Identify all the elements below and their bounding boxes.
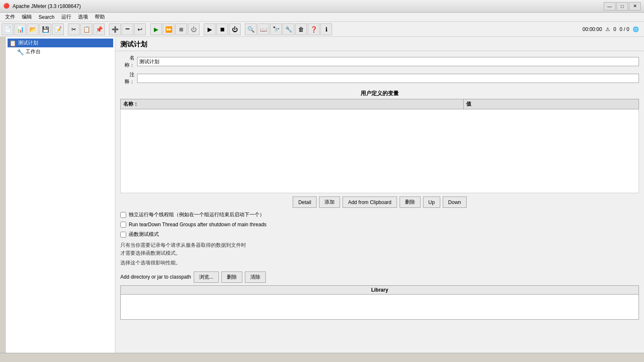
menu-bar: 文件 编辑 Search 运行 选项 帮助 <box>0 13 644 22</box>
browse-classpath-button[interactable]: 浏览... <box>194 272 219 283</box>
delete-var-button[interactable]: 删除 <box>400 197 421 208</box>
status-bar <box>0 353 644 362</box>
right-panel: 测试计划 名称： 注释： 用户定义的变量 名称： 值 <box>115 37 644 353</box>
menu-search[interactable]: Search <box>35 13 58 21</box>
warning-count: 0 <box>613 26 616 32</box>
menu-file[interactable]: 文件 <box>2 13 18 21</box>
tree-item-workbench[interactable]: 🔧 工作台 <box>15 47 113 56</box>
about-button[interactable]: ℹ <box>320 23 332 35</box>
name-input[interactable] <box>137 57 639 66</box>
remote-shutdown-button[interactable]: ⏻ <box>229 23 241 35</box>
close-button[interactable]: ✕ <box>629 2 641 10</box>
col-name: 名称： <box>121 99 464 109</box>
new-button[interactable]: 📄 <box>2 23 13 35</box>
checkbox-independent-label: 独立运行每个线程组（例如在一个组运行结束后启动下一个） <box>129 211 265 218</box>
title-bar-text: Apache JMeter (3.3 r1808647) <box>13 3 604 9</box>
library-table: Library <box>120 285 639 320</box>
checkbox-teardown-label: Run tearDown Thread Groups after shutdow… <box>129 222 267 228</box>
checkbox-row-1: 独立运行每个线程组（例如在一个组运行结束后启动下一个） <box>120 211 639 218</box>
undo-button[interactable]: ↩ <box>134 23 146 35</box>
left-tabs <box>0 37 6 353</box>
checkbox-function[interactable] <box>120 232 126 238</box>
remote-stop-button[interactable]: ⏹ <box>216 23 228 35</box>
binoculars-button[interactable]: 🔭 <box>270 23 282 35</box>
toolbar-right: 00:00:00 ⚠ 0 0 / 0 🌐 <box>582 26 642 32</box>
library-header: Library <box>121 285 639 294</box>
menu-options[interactable]: 选项 <box>75 13 91 21</box>
note-text-2: 选择这个选项很影响性能。 <box>120 259 639 267</box>
testplan-icon: 📋 <box>9 40 16 47</box>
maximize-button[interactable]: □ <box>616 2 628 10</box>
paste-button[interactable]: 📌 <box>93 23 105 35</box>
name-label: 名称： <box>120 54 137 69</box>
content-header: 测试计划 <box>115 37 644 51</box>
menu-help[interactable]: 帮助 <box>91 13 108 21</box>
content-title: 测试计划 <box>120 41 147 48</box>
btn-row: Detail 添加 Add from Clipboard 删除 Up Down <box>120 197 639 208</box>
start-no-pause-button[interactable]: ⏩ <box>163 23 174 35</box>
minimize-button[interactable]: — <box>604 2 615 10</box>
comment-row: 注释： <box>120 71 639 85</box>
comment-label: 注释： <box>120 71 137 85</box>
copy-button[interactable]: 📋 <box>80 23 92 35</box>
shutdown-button[interactable]: ⏻ <box>188 23 200 35</box>
browse-button[interactable]: 🔍 <box>245 23 257 35</box>
var-table: 名称： 值 <box>120 99 639 193</box>
remote-start-button[interactable]: ▶ <box>204 23 216 35</box>
open-button[interactable]: 📂 <box>27 23 39 35</box>
title-bar: 🔴 Apache JMeter (3.3 r1808647) — □ ✕ <box>0 0 644 13</box>
function-helper-button[interactable]: 🔧 <box>283 23 294 35</box>
tree-area: 📋 测试计划 🔧 工作台 <box>6 37 115 58</box>
menu-edit[interactable]: 编辑 <box>18 13 35 21</box>
up-button[interactable]: Up <box>423 197 440 208</box>
cut-button[interactable]: ✂ <box>68 23 80 35</box>
workbench-label: 工作台 <box>26 48 41 55</box>
name-row: 名称： <box>120 54 639 69</box>
save-as-button[interactable]: 📝 <box>52 23 64 35</box>
content-body: 名称： 注释： 用户定义的变量 名称： 值 <box>115 51 644 323</box>
stop-button[interactable]: ⏹ <box>175 23 187 35</box>
open-templates-button[interactable]: 📊 <box>14 23 26 35</box>
checkbox-function-label: 函数测试模式 <box>129 231 159 238</box>
window-controls: — □ ✕ <box>604 2 641 10</box>
comment-input[interactable] <box>137 74 639 83</box>
start-button[interactable]: ▶ <box>150 23 162 35</box>
detail-button[interactable]: Detail <box>293 197 317 208</box>
globe-icon: 🌐 <box>633 26 639 32</box>
toolbar: 📄 📊 📂 💾 📝 ✂ 📋 📌 ➕ − ↩ ▶ ⏩ ⏹ ⏻ ▶ ⏹ ⏻ 🔍 📖 … <box>0 22 644 37</box>
checkbox-row-2: Run tearDown Thread Groups after shutdow… <box>120 222 639 228</box>
menu-run[interactable]: 运行 <box>58 13 75 21</box>
tree-child: 🔧 工作台 <box>15 47 113 56</box>
classpath-label: Add directory or jar to classpath <box>120 274 191 280</box>
browse2-button[interactable]: 📖 <box>257 23 269 35</box>
save-button[interactable]: 💾 <box>39 23 51 35</box>
note-text-1: 只有当你需要记录每个请求从服务器取得的数据到文件时 才需要选择函数测试模式。 <box>120 241 639 257</box>
checkbox-teardown[interactable] <box>120 222 126 228</box>
add-from-clipboard-button[interactable]: Add from Clipboard <box>343 197 397 208</box>
var-table-body <box>121 109 639 193</box>
library-body <box>121 294 639 319</box>
down-button[interactable]: Down <box>443 197 467 208</box>
col-value: 值 <box>464 99 639 109</box>
main-layout: 📋 测试计划 🔧 工作台 测试计划 名称： 注释： <box>0 37 644 353</box>
help-button[interactable]: ❓ <box>308 23 319 35</box>
delete-classpath-button[interactable]: 删除 <box>221 272 242 283</box>
add-var-button[interactable]: 添加 <box>319 197 340 208</box>
app-icon: 🔴 <box>3 3 10 10</box>
clear-classpath-button[interactable]: 清除 <box>245 272 266 283</box>
clear-button[interactable]: 🗑 <box>295 23 307 35</box>
classpath-row: Add directory or jar to classpath 浏览... … <box>120 272 639 283</box>
tree-item-testplan[interactable]: 📋 测试计划 <box>8 39 113 47</box>
elapsed-time: 00:00:00 <box>582 26 602 32</box>
warning-icon: ⚠ <box>605 26 610 32</box>
add-button[interactable]: ➕ <box>109 23 121 35</box>
testplan-label: 测试计划 <box>18 39 38 47</box>
left-panel: 📋 测试计划 🔧 工作台 <box>0 37 115 353</box>
ratio-display: 0 / 0 <box>620 26 629 32</box>
checkbox-row-3: 函数测试模式 <box>120 231 639 238</box>
workbench-icon: 🔧 <box>17 49 24 55</box>
remove-button[interactable]: − <box>122 23 133 35</box>
section-title: 用户定义的变量 <box>120 90 639 97</box>
checkbox-independent[interactable] <box>120 212 126 218</box>
